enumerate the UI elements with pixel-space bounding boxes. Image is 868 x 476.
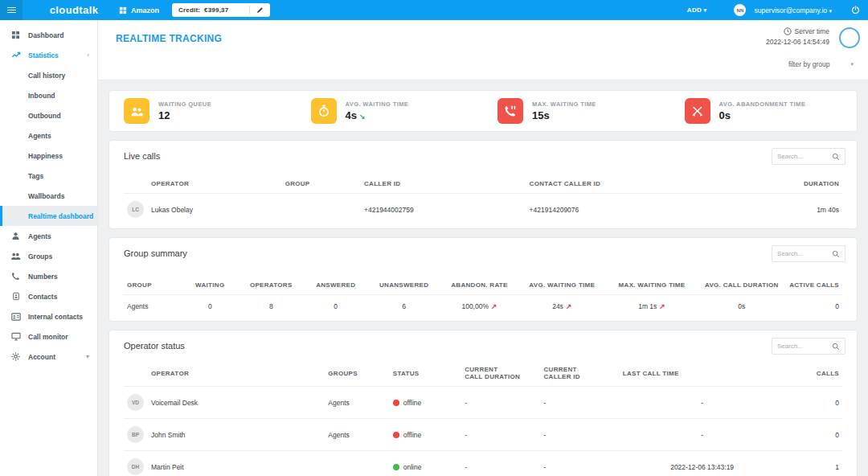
status-badge: offline (403, 399, 422, 407)
search-icon[interactable] (832, 250, 840, 258)
status-badge: offline (403, 431, 422, 439)
stat-avg-abandonment-time: AVG. ABANDONMENT TIME 0s (670, 98, 858, 124)
sidebar-item-contacts[interactable]: Contacts (0, 286, 97, 306)
column-header[interactable]: OPERATOR (124, 360, 325, 387)
column-header[interactable]: CURRENT CALLER ID (541, 360, 620, 387)
column-header[interactable]: AVG. CALL DURATION (698, 276, 784, 295)
page-header: REALTIME TRACKING Server time 2022-12-06… (98, 20, 868, 80)
add-dropdown-button[interactable]: ADD ▾ (687, 6, 707, 14)
trend-down-icon: ↘ (359, 113, 366, 121)
company-switcher[interactable]: Amazon (119, 6, 159, 14)
sidebar-item-groups[interactable]: Groups (0, 246, 97, 266)
sidebar-item-call-monitor[interactable]: Call monitor (0, 326, 97, 347)
user-menu[interactable]: supervisor@company.io ▾ (754, 6, 832, 14)
status-dot (393, 432, 399, 438)
operator-status-search[interactable] (772, 338, 845, 355)
hamburger-menu-button[interactable] (0, 0, 23, 20)
sidebar-item-tags[interactable]: Tags (0, 166, 97, 186)
column-header[interactable]: CALLS (784, 360, 842, 387)
chevron-down-icon: ▾ (829, 8, 832, 14)
avatar: VD (127, 394, 144, 411)
search-input[interactable] (777, 343, 829, 350)
avatar: DH (127, 458, 144, 475)
stats-row: WAITING QUEUE 12 AVG. WAITING TIME 4s↘ (108, 90, 858, 132)
group-summary-search[interactable] (772, 245, 845, 262)
live-calls-search[interactable] (772, 148, 845, 165)
edit-pencil-icon[interactable] (256, 6, 264, 14)
sidebar-item-happiness[interactable]: Happiness (0, 146, 97, 166)
stat-waiting-queue: WAITING QUEUE 12 (109, 98, 297, 124)
column-header[interactable]: MAX. WAITING TIME (605, 276, 698, 295)
column-header[interactable]: OPERATORS (239, 276, 303, 295)
column-header[interactable]: LAST CALL TIME (620, 360, 785, 387)
column-header[interactable]: ANSWERED (303, 276, 367, 295)
gear-icon (10, 352, 21, 361)
column-header[interactable]: STATUS (390, 360, 461, 387)
dashboard-icon (10, 31, 21, 39)
sidebar-item-realtime-dashboard[interactable]: Realtime dashboard (0, 206, 97, 226)
operator-status-panel: Operator status OPERATOR GROUPS STATUS C… (108, 330, 858, 476)
contact-card-icon (10, 313, 21, 321)
sidebar-item-outbound[interactable]: Outbound (0, 105, 97, 125)
column-header[interactable]: GROUPS (325, 360, 389, 387)
credit-button[interactable]: Credit: €399,37 (172, 3, 270, 17)
table-row[interactable]: BPJohn Smith Agents offline - - - 0 (124, 419, 842, 451)
chevron-collapse-icon[interactable]: ‹ (87, 51, 89, 59)
sidebar-item-statistics[interactable]: Statistics ‹ (0, 45, 97, 65)
sidebar-item-wallboards[interactable]: Wallboards (0, 186, 97, 206)
table-row[interactable]: LCLukas Obelay +421944002759 +4219142090… (124, 194, 842, 226)
live-calls-table: OPERATOR GROUP CALLER ID CONTACT CALLER … (124, 174, 842, 225)
operator-status-table: OPERATOR GROUPS STATUS CURRENT CALL DURA… (124, 360, 842, 476)
column-header[interactable]: CALLER ID (361, 174, 526, 194)
top-bar: cloudtalk Amazon Credit: €399,37 ADD ▾ N… (0, 0, 868, 20)
sidebar-item-account[interactable]: Account ▾ (0, 347, 97, 367)
search-input[interactable] (777, 250, 829, 257)
logout-button[interactable] (851, 6, 860, 14)
table-row[interactable]: DHMartin Peit online - - 2022-12-06 13:4… (124, 451, 842, 476)
sidebar-item-internal-contacts[interactable]: Internal contacts (0, 306, 97, 326)
page-title: REALTIME TRACKING (116, 33, 222, 44)
column-header[interactable]: AVG. WAITING TIME (519, 276, 605, 295)
column-header[interactable]: WAITING (182, 276, 240, 295)
live-calls-title: Live calls (124, 151, 842, 161)
chevron-down-icon[interactable]: ▾ (86, 353, 89, 360)
user-avatar[interactable]: NN (734, 4, 746, 16)
filter-by-group-dropdown[interactable]: filter by group▾ (788, 60, 854, 68)
live-calls-panel: Live calls OPERATOR GROUP CALLER ID CONT… (108, 140, 858, 229)
column-header[interactable]: UNANSWERED (368, 276, 440, 295)
chevron-down-icon: ▾ (704, 7, 707, 13)
table-row[interactable]: VDVoicemail Desk Agents offline - - - 0 (124, 387, 842, 419)
column-header[interactable]: OPERATOR (124, 174, 282, 194)
sidebar-item-inbound[interactable]: Inbound (0, 85, 97, 105)
search-icon[interactable] (832, 153, 840, 161)
search-input[interactable] (777, 153, 829, 160)
operator-status-title: Operator status (124, 341, 842, 351)
chevron-down-icon: ▾ (850, 61, 854, 68)
sidebar-item-agents[interactable]: Agents (0, 226, 97, 246)
status-badge: online (403, 463, 422, 471)
column-header[interactable]: CURRENT CALL DURATION (461, 360, 540, 387)
sidebar-item-dashboard[interactable]: Dashboard (0, 25, 97, 45)
trend-up-icon: ↗ (659, 302, 665, 310)
sidebar-item-numbers[interactable]: Numbers (0, 266, 97, 286)
person-icon (10, 232, 21, 240)
column-header[interactable]: ABANDON. RATE (440, 276, 518, 295)
table-row[interactable]: Agents 0 8 0 6 100,00%↗ 24s↗ 1m 1s↗ 0s 0 (124, 295, 842, 318)
phone-icon (10, 272, 21, 281)
column-header[interactable]: GROUP (282, 174, 361, 194)
monitor-icon (10, 332, 21, 341)
column-header[interactable]: DURATION (727, 174, 842, 194)
sidebar-item-call-history[interactable]: Call history (0, 65, 97, 85)
hamburger-icon (7, 6, 16, 14)
stat-max-waiting-time: MAX. WAITING TIME 15s (483, 98, 670, 124)
main-content: REALTIME TRACKING Server time 2022-12-06… (98, 20, 868, 476)
column-header[interactable]: ACTIVE CALLS (784, 276, 842, 295)
search-icon[interactable] (832, 343, 840, 351)
statistics-icon (10, 51, 21, 60)
column-header[interactable]: CONTACT CALLER ID (526, 174, 727, 194)
sidebar-item-agents-stats[interactable]: Agents (0, 125, 97, 146)
column-header[interactable]: GROUP (124, 276, 182, 295)
building-icon (119, 6, 127, 14)
server-time-label: Server time (795, 27, 829, 35)
clock-icon (784, 27, 792, 35)
